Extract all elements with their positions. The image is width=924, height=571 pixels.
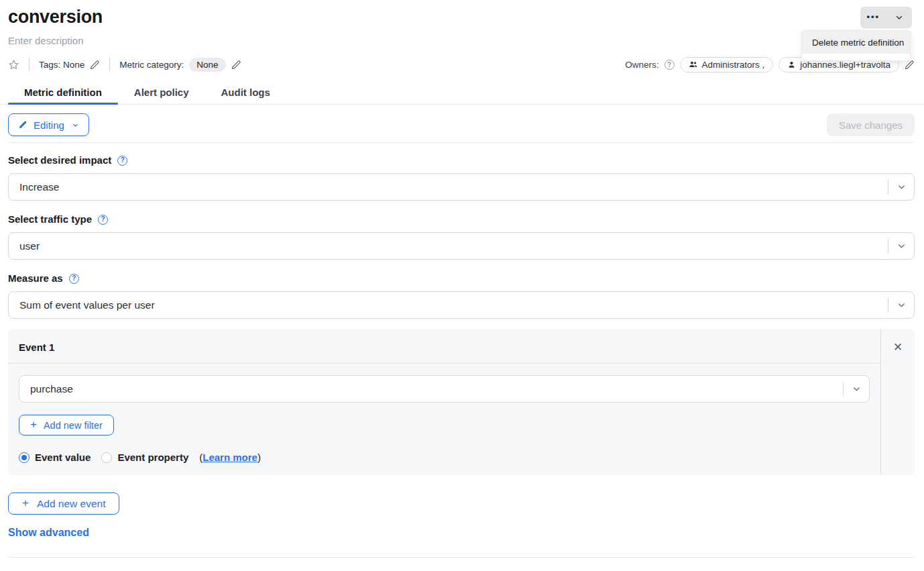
learn-more-link[interactable]: Learn more — [203, 452, 257, 463]
measure-field-label: Measure as ? — [8, 272, 915, 285]
actions-dropdown-button[interactable] — [886, 7, 913, 28]
show-advanced-link[interactable]: Show advanced — [8, 527, 89, 539]
tags-label: Tags: None — [39, 60, 84, 70]
plus-icon: + — [30, 419, 37, 431]
meta-left: Tags: None Metric category: None — [8, 58, 241, 72]
event-card-rail: ✕ — [880, 329, 915, 475]
tab-bar: Metric definition Alert policy Audit log… — [0, 84, 924, 105]
divider — [109, 58, 110, 71]
label-text: Select desired impact — [8, 154, 111, 167]
pencil-icon — [18, 120, 27, 129]
person-icon — [787, 60, 796, 69]
impact-select-value: Increase — [9, 181, 888, 193]
impact-select[interactable]: Increase — [8, 173, 915, 201]
value-mode-radio-group: Event value Event property (Learn more) — [19, 452, 870, 463]
event-name-value: purchase — [19, 383, 843, 395]
header-actions-group: ••• — [860, 7, 912, 28]
tab-audit-logs[interactable]: Audit logs — [205, 84, 286, 104]
measure-select[interactable]: Sum of event values per user — [8, 291, 915, 319]
editing-label: Editing — [34, 119, 64, 131]
radio-event-property-label[interactable]: Event property — [117, 452, 188, 463]
metric-category-label: Metric category: — [119, 60, 184, 70]
owners-label: Owners: — [625, 60, 658, 70]
label-text: Select traffic type — [8, 213, 92, 226]
people-icon — [689, 60, 698, 69]
add-filter-label: Add new filter — [44, 420, 103, 431]
divider — [29, 58, 30, 71]
metric-category-item: Metric category: None — [119, 58, 241, 72]
chevron-down-icon[interactable] — [844, 384, 869, 394]
edit-category-pencil-icon[interactable] — [231, 60, 241, 70]
chevron-down-icon[interactable] — [888, 182, 914, 192]
impact-help-icon[interactable]: ? — [117, 156, 127, 166]
plus-icon: + — [22, 497, 29, 510]
owners-help-icon[interactable]: ? — [665, 60, 675, 70]
traffic-select[interactable]: user — [8, 232, 915, 260]
bottom-divider — [8, 557, 915, 558]
tab-alert-policy[interactable]: Alert policy — [118, 84, 205, 104]
owner-badge-label: Administrators , — [702, 60, 765, 70]
event-card-body: purchase + Add new filter Event value Ev… — [8, 364, 880, 472]
radio-event-value-label[interactable]: Event value — [35, 452, 91, 463]
traffic-field-label: Select traffic type ? — [8, 213, 915, 226]
ellipsis-icon: ••• — [866, 12, 880, 23]
add-event-label: Add new event — [37, 498, 106, 510]
learn-more-text: (Learn more) — [199, 452, 261, 463]
metric-category-badge[interactable]: None — [189, 58, 225, 72]
page-header: conversion Enter description Tags: None … — [0, 0, 924, 72]
event-card-main: Event 1 purchase + Add new filter Event … — [8, 329, 880, 475]
menu-item-delete-metric[interactable]: Delete metric definition — [802, 31, 910, 54]
measure-help-icon[interactable]: ? — [69, 274, 79, 284]
radio-event-property[interactable] — [101, 452, 112, 463]
label-text: Measure as — [8, 272, 63, 285]
traffic-help-icon[interactable]: ? — [98, 215, 108, 225]
chevron-down-icon — [72, 121, 79, 129]
edit-tags-pencil-icon[interactable] — [90, 60, 100, 70]
page-title: conversion — [8, 5, 915, 28]
add-new-filter-button[interactable]: + Add new filter — [19, 415, 114, 435]
chevron-down-icon[interactable] — [888, 300, 914, 310]
favorite-star-icon[interactable] — [8, 59, 19, 70]
edit-toolbar: Editing Save changes — [8, 113, 915, 143]
tab-metric-definition[interactable]: Metric definition — [8, 84, 118, 104]
traffic-select-value: user — [9, 240, 888, 252]
owner-badge-administrators[interactable]: Administrators , — [680, 57, 774, 72]
tags-item: Tags: None — [39, 60, 100, 70]
paren-close: ) — [257, 452, 261, 463]
impact-field-label: Select desired impact ? — [8, 154, 915, 167]
meta-row: Tags: None Metric category: None — [8, 57, 915, 72]
save-changes-button[interactable]: Save changes — [827, 113, 915, 136]
description-placeholder[interactable]: Enter description — [8, 34, 915, 48]
event-card: Event 1 purchase + Add new filter Event … — [8, 329, 915, 475]
add-new-event-button[interactable]: + Add new event — [8, 492, 119, 515]
chevron-down-icon — [894, 13, 904, 22]
editing-mode-button[interactable]: Editing — [8, 113, 89, 136]
remove-event-close-icon[interactable]: ✕ — [891, 340, 905, 354]
measure-select-value: Sum of event values per user — [9, 299, 888, 311]
more-options-button[interactable]: ••• — [860, 7, 886, 28]
event-card-title: Event 1 — [8, 329, 880, 364]
actions-menu: Delete metric definition — [801, 30, 911, 61]
event-name-select[interactable]: purchase — [19, 375, 870, 403]
radio-event-value[interactable] — [19, 452, 30, 463]
chevron-down-icon[interactable] — [888, 241, 914, 251]
